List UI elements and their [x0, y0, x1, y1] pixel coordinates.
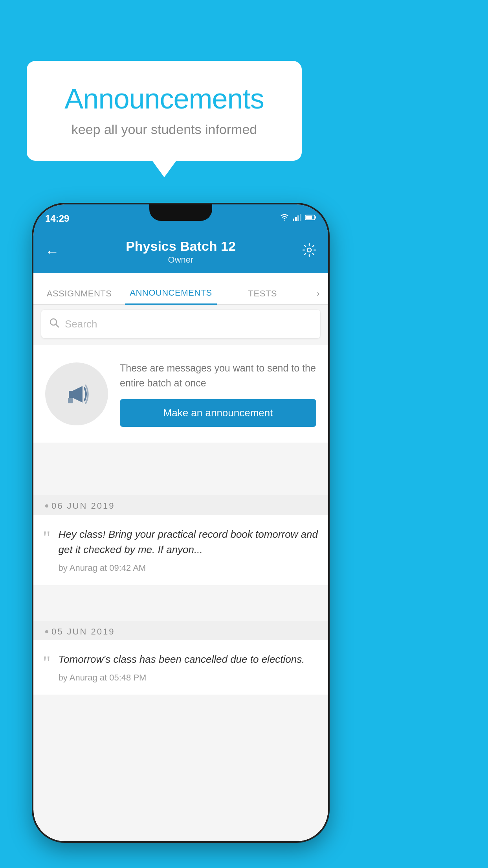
quote-icon-1: "	[43, 528, 51, 573]
svg-line-9	[56, 324, 59, 327]
phone-screen: 14:29	[33, 204, 328, 841]
tab-tests[interactable]: TESTS	[217, 289, 308, 304]
svg-rect-1	[295, 217, 297, 221]
search-icon	[49, 318, 59, 331]
announcement-prompt: These are messages you want to send to t…	[33, 345, 328, 443]
svg-rect-3	[300, 214, 301, 221]
signal-icon	[293, 214, 301, 223]
status-icons	[280, 211, 316, 223]
date-text-1: 06 JUN 2019	[51, 501, 115, 511]
search-placeholder-text: Search	[65, 318, 97, 330]
ann-content-2: Tomorrow's class has been cancelled due …	[59, 652, 319, 683]
ann-message-1: Hey class! Bring your practical record b…	[59, 527, 319, 557]
date-text-2: 05 JUN 2019	[51, 627, 115, 637]
date-separator-2: 05 JUN 2019	[33, 621, 328, 642]
speech-bubble-subtitle: keep all your students informed	[50, 122, 278, 137]
svg-rect-5	[306, 216, 312, 219]
date-separator-1: 06 JUN 2019	[33, 495, 328, 517]
search-bar[interactable]: Search	[41, 310, 320, 338]
ann-meta-2: by Anurag at 05:48 PM	[59, 673, 319, 683]
status-time: 14:29	[45, 211, 69, 224]
header-title: Physics Batch 12	[59, 239, 302, 254]
app-header: ← Physics Batch 12 Owner	[33, 230, 328, 273]
ann-meta-1: by Anurag at 09:42 AM	[59, 563, 319, 573]
announcement-item-2[interactable]: " Tomorrow's class has been cancelled du…	[33, 640, 328, 695]
speech-bubble-title: Announcements	[50, 83, 278, 115]
header-subtitle: Owner	[59, 255, 302, 265]
megaphone-icon	[61, 378, 92, 410]
announcement-item-1[interactable]: " Hey class! Bring your practical record…	[33, 515, 328, 585]
announcement-right: These are messages you want to send to t…	[120, 361, 316, 427]
svg-rect-2	[297, 215, 299, 221]
announcement-description: These are messages you want to send to t…	[120, 361, 316, 390]
date-dot-2	[45, 630, 48, 633]
svg-rect-0	[293, 219, 294, 221]
back-button[interactable]: ←	[45, 243, 59, 260]
announcement-icon-circle	[45, 362, 108, 425]
phone-notch	[149, 204, 212, 221]
svg-point-7	[307, 248, 311, 252]
date-dot-1	[45, 504, 48, 508]
speech-bubble-container: Announcements keep all your students inf…	[27, 61, 302, 161]
tab-bar: ASSIGNMENTS ANNOUNCEMENTS TESTS ›	[33, 273, 328, 305]
tab-assignments[interactable]: ASSIGNMENTS	[33, 289, 125, 304]
quote-icon-2: "	[43, 653, 51, 683]
phone-frame: 14:29	[33, 204, 328, 841]
battery-icon	[305, 214, 316, 223]
tab-more[interactable]: ›	[308, 289, 328, 304]
ann-content-1: Hey class! Bring your practical record b…	[59, 527, 319, 573]
svg-rect-10	[68, 398, 73, 403]
tab-announcements[interactable]: ANNOUNCEMENTS	[125, 288, 216, 305]
speech-bubble: Announcements keep all your students inf…	[27, 61, 302, 161]
make-announcement-button[interactable]: Make an announcement	[120, 399, 316, 427]
svg-rect-6	[315, 216, 316, 219]
settings-icon[interactable]	[302, 243, 316, 261]
header-center: Physics Batch 12 Owner	[59, 239, 302, 265]
ann-message-2: Tomorrow's class has been cancelled due …	[59, 652, 319, 667]
wifi-icon	[280, 214, 289, 223]
